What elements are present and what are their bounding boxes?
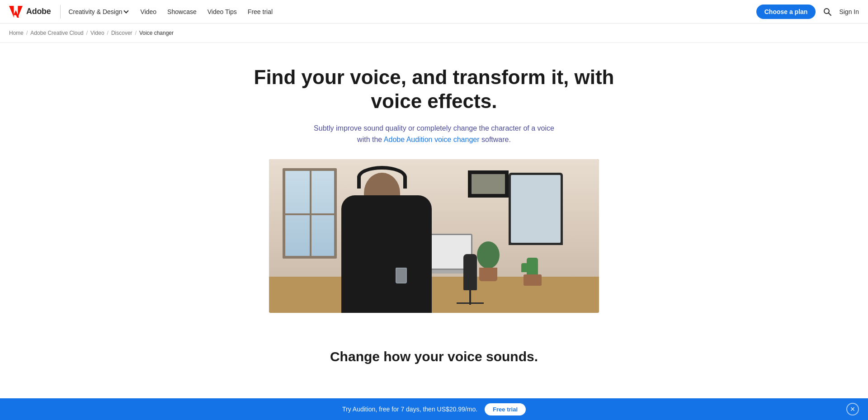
hero-subtitle: Subtly improve sound quality or complete… (298, 123, 570, 146)
breadcrumb-sep-1: / (26, 30, 28, 36)
cactus-pot (524, 274, 542, 286)
section-change-title: Change how your voice sounds. (9, 349, 859, 364)
navbar: Adobe Creativity & Design Video Showcase… (0, 0, 868, 24)
search-icon (823, 7, 832, 16)
breadcrumb-home[interactable]: Home (9, 30, 24, 36)
photo-glass (396, 268, 407, 283)
hero-subtitle-prefix: with the (357, 136, 384, 143)
nav-divider (60, 5, 61, 19)
photo-monitor (509, 173, 563, 245)
breadcrumb-discover[interactable]: Discover (111, 30, 132, 36)
breadcrumb-video[interactable]: Video (90, 30, 104, 36)
main-content: Find your voice, and transform it, with … (231, 43, 637, 313)
photo-window (283, 168, 337, 259)
hero-image-inner (269, 159, 599, 313)
photo-microphone (463, 254, 477, 290)
hero-image (269, 159, 599, 313)
adobe-logo-icon (9, 6, 23, 18)
nav-video-link[interactable]: Video (136, 5, 161, 18)
photo-plant (477, 245, 500, 281)
audition-link[interactable]: Adobe Audition voice changer (384, 136, 480, 143)
cactus-body (527, 258, 538, 276)
nav-free-trial-link[interactable]: Free trial (243, 5, 277, 18)
breadcrumb-sep-3: / (107, 30, 108, 36)
breadcrumb-current: Voice changer (139, 30, 174, 36)
nav-links: Video Showcase Video Tips Free trial (136, 5, 756, 18)
creativity-design-label: Creativity & Design (69, 8, 123, 15)
person-body (341, 195, 432, 313)
breadcrumb-creative-cloud[interactable]: Adobe Creative Cloud (30, 30, 83, 36)
creativity-design-menu[interactable]: Creativity & Design (65, 6, 132, 17)
brand-name: Adobe (26, 7, 51, 16)
chevron-down-icon (123, 8, 128, 13)
hero-subtitle-line1: Subtly improve sound quality or complete… (314, 124, 554, 132)
photo-frame (468, 170, 509, 198)
photo-cactus (520, 259, 545, 286)
hero-subtitle-suffix: software. (480, 136, 511, 143)
section-change-voice: Change how your voice sounds. (0, 335, 868, 378)
search-button[interactable] (823, 7, 832, 16)
svg-line-1 (829, 13, 831, 15)
plant-pot (479, 268, 497, 281)
plant-leaves (477, 241, 500, 269)
breadcrumb-sep-2: / (86, 30, 88, 36)
photo-person (341, 177, 441, 313)
nav-showcase-link[interactable]: Showcase (163, 5, 201, 18)
sign-in-link[interactable]: Sign In (839, 8, 859, 15)
breadcrumb-sep-4: / (135, 30, 137, 36)
navbar-right: Choose a plan Sign In (756, 5, 859, 19)
choose-plan-button[interactable]: Choose a plan (756, 5, 816, 19)
breadcrumb: Home / Adobe Creative Cloud / Video / Di… (0, 24, 868, 43)
adobe-logo-link[interactable]: Adobe (9, 6, 51, 18)
hero-title: Find your voice, and transform it, with … (240, 66, 628, 113)
nav-video-tips-link[interactable]: Video Tips (203, 5, 241, 18)
